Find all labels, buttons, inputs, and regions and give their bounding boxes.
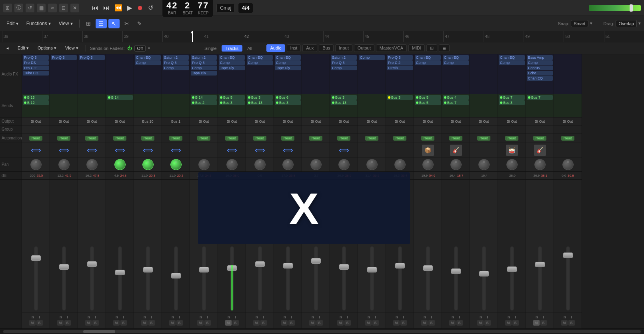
output-section-11[interactable]: St Out — [302, 117, 330, 125]
automation-button[interactable]: Read — [393, 136, 407, 141]
fader-thumb[interactable] — [115, 270, 125, 275]
send-slot[interactable]: Bus 3 — [499, 100, 525, 105]
pan-knob[interactable] — [394, 159, 406, 170]
volume-thumb[interactable] — [630, 4, 633, 12]
channel-arrow-icon[interactable]: ⟺ — [143, 146, 153, 155]
output-section-1[interactable]: St Out — [22, 117, 50, 125]
fx-slot[interactable]: Saturn 2 — [331, 55, 357, 60]
key-display[interactable]: Cmaj — [216, 3, 235, 13]
sends-chevron[interactable]: ▾ — [148, 46, 150, 50]
media-browser-icon[interactable]: ⊞ — [3, 4, 12, 12]
pan-knob[interactable] — [114, 159, 126, 170]
pan-knob[interactable] — [506, 159, 518, 170]
send-slot[interactable]: Bus 3 — [387, 95, 413, 100]
fx-slot[interactable]: Comp — [527, 60, 553, 65]
audio-type-button[interactable]: Audio — [266, 44, 285, 52]
solo-button[interactable]: S — [232, 320, 239, 326]
fader-thumb[interactable] — [31, 255, 41, 261]
mute-button[interactable]: M — [225, 320, 232, 326]
solo-button[interactable]: S — [316, 320, 323, 326]
go-to-start-button[interactable]: ⏪ — [113, 3, 124, 12]
horizontal-scrollbar[interactable] — [3, 330, 641, 333]
solo-button[interactable]: S — [176, 320, 183, 326]
timeline-ruler[interactable]: 36373839404142434445464748495051 — [0, 31, 644, 42]
send-slot[interactable]: Bus 4 — [443, 95, 469, 100]
fader-track[interactable] — [426, 247, 430, 310]
send-slot[interactable]: Bus 7 — [527, 95, 553, 100]
ruler-mark-42[interactable]: 42 — [243, 31, 283, 42]
mixer-edit-button[interactable]: Edit ▾ — [14, 45, 32, 52]
bottom-scrollbar[interactable] — [0, 328, 644, 334]
fader-thumb[interactable] — [479, 271, 489, 276]
solo-button[interactable]: S — [372, 320, 379, 326]
output-section-6[interactable]: Bus 1 — [162, 117, 190, 125]
inst-type-button[interactable]: Inst — [287, 44, 301, 52]
fx-slot[interactable]: Comp — [499, 60, 525, 65]
automation-button[interactable]: Read — [421, 136, 435, 141]
fx-slot[interactable]: DirMix — [387, 66, 413, 70]
fader-thumb[interactable] — [423, 265, 433, 271]
send-slot[interactable]: Bus 3 — [275, 100, 301, 105]
mute-button[interactable]: M — [57, 320, 64, 326]
mute-button[interactable]: M — [309, 320, 316, 326]
fx-slot[interactable]: Pro-Q 3 — [163, 60, 189, 65]
scrollbar-thumb[interactable] — [83, 330, 115, 333]
fx-slot[interactable]: Chan EQ — [247, 55, 273, 60]
send-slot[interactable]: Bus 5 — [219, 95, 245, 100]
cycle-button[interactable]: ↺ — [146, 3, 155, 12]
pan-knob[interactable] — [338, 159, 350, 170]
fx-slot[interactable]: Comp — [163, 66, 189, 70]
loop-browser-icon[interactable]: ↺ — [26, 4, 34, 12]
ruler-mark-38[interactable]: 38 — [82, 31, 122, 42]
ruler-mark-44[interactable]: 44 — [323, 31, 363, 42]
send-slot[interactable]: Bus 6 — [275, 95, 301, 100]
output-section-4[interactable]: St Out — [106, 117, 134, 125]
functions-menu[interactable]: Functions ▾ — [23, 20, 54, 28]
fader-track[interactable] — [174, 247, 178, 310]
output-section-12[interactable]: St Out — [330, 117, 358, 125]
all-tab[interactable]: All — [243, 45, 256, 52]
pointer-tool[interactable]: ↖ — [108, 19, 120, 28]
fx-slot[interactable]: Tape Dly — [191, 71, 217, 76]
solo-button[interactable]: S — [288, 320, 295, 326]
automation-button[interactable]: Read — [533, 136, 547, 141]
fx-slot[interactable]: Comp — [415, 60, 441, 65]
automation-button[interactable]: Read — [225, 136, 239, 141]
mute-button[interactable]: M — [85, 320, 92, 326]
fader-thumb[interactable] — [451, 268, 461, 274]
mute-button[interactable]: M — [533, 320, 540, 326]
play-button[interactable]: ▶ — [126, 3, 134, 12]
output-type-button[interactable]: Output — [354, 44, 374, 52]
automation-button[interactable]: Read — [561, 136, 575, 141]
fx-slot[interactable]: Chan EQ — [415, 55, 441, 60]
fx-slot[interactable]: Pro-Q 3 — [51, 55, 77, 60]
pan-knob[interactable] — [226, 159, 238, 170]
pan-knob[interactable] — [478, 159, 490, 170]
drag-value[interactable]: Overlap — [616, 20, 637, 27]
pan-knob[interactable] — [310, 159, 322, 170]
fader-thumb[interactable] — [535, 262, 545, 267]
send-slot[interactable]: B 14 — [107, 95, 133, 100]
send-slot[interactable]: Bus 7 — [443, 100, 469, 105]
time-signature[interactable]: 4/4 — [238, 3, 253, 13]
mixer-options-button[interactable]: Options ▾ — [34, 45, 60, 52]
fx-slot[interactable]: Comp — [247, 60, 273, 65]
fx-slot[interactable]: Tube EQ — [23, 71, 49, 76]
fx-slot[interactable]: Comp — [331, 66, 357, 70]
fx-slot[interactable]: Comp — [135, 60, 161, 65]
fx-slot[interactable]: Saturn 2 — [163, 55, 189, 60]
send-slot[interactable]: Bus 5 — [415, 100, 441, 105]
fx-slot[interactable]: Pro-C 2 — [387, 60, 413, 65]
mute-button[interactable]: M — [169, 320, 176, 326]
channel-arrow-icon[interactable]: ⟺ — [115, 146, 125, 155]
send-slot[interactable]: Bus 3 — [247, 95, 273, 100]
mixer-icon[interactable]: ⊟ — [59, 4, 68, 12]
mute-button[interactable]: M — [337, 320, 344, 326]
tracks-tab[interactable]: Tracks — [222, 45, 243, 52]
mute-button[interactable]: M — [505, 320, 512, 326]
fader-track[interactable] — [370, 247, 374, 310]
mixer-scroll-area[interactable]: Audio FX Sends Output Group Automation P… — [0, 54, 644, 328]
channel-arrow-icon[interactable]: ⟺ — [339, 146, 349, 155]
solo-button[interactable]: S — [512, 320, 519, 326]
channel-arrow-icon[interactable]: ⟺ — [87, 146, 97, 155]
